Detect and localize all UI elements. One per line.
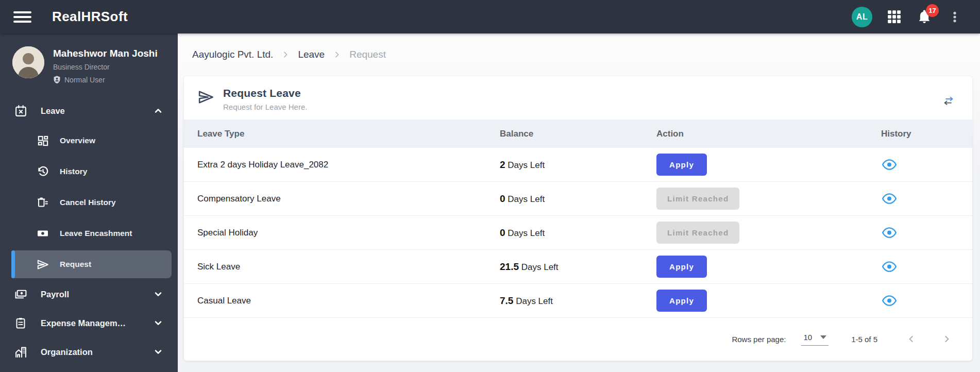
kebab-menu-icon[interactable] [946, 8, 964, 26]
expense-clipboard-icon [14, 317, 27, 329]
eye-icon [882, 261, 897, 272]
user-title: Business Director [53, 63, 158, 71]
balance-cell: 0 Days Left [500, 227, 656, 239]
chevron-right-icon [333, 50, 341, 59]
column-header-action: Action [656, 129, 881, 139]
leave-type-cell: Special Holiday [184, 228, 500, 238]
breadcrumb-company[interactable]: Aayulogic Pvt. Ltd. [192, 49, 273, 60]
balance-cell: 21.5 Days Left [500, 261, 656, 273]
view-history-button[interactable] [881, 260, 898, 273]
user-name: Maheshwor Man Joshi [53, 48, 158, 59]
topbar-actions: AL 17 [852, 7, 964, 27]
card-header: Request Leave Request for Leave Here. [184, 76, 972, 120]
paper-plane-icon [197, 89, 214, 108]
sidebar-item-leave-encashment[interactable]: Leave Encashment [0, 218, 178, 249]
sidebar-item-history[interactable]: History [0, 156, 178, 187]
request-leave-card: Request Leave Request for Leave Here. Le… [184, 76, 972, 361]
chevron-up-icon [153, 106, 163, 116]
next-page-icon [939, 332, 954, 346]
sidebar-nav: Leave Overview [0, 96, 178, 366]
shield-user-icon [53, 75, 61, 84]
previous-page-icon [904, 332, 919, 346]
view-history-button[interactable] [881, 158, 898, 171]
leave-type-cell: Sick Leave [184, 262, 500, 272]
table-header-row: Leave Type Balance Action History [184, 120, 972, 148]
sidebar-item-organization[interactable]: Organization [0, 337, 178, 366]
eye-icon [882, 295, 897, 306]
sidebar-item-request[interactable]: Request [11, 250, 172, 278]
card-subtitle: Request for Leave Here. [223, 103, 307, 111]
card-title: Request Leave [223, 87, 307, 99]
calendar-leave-icon [14, 105, 27, 117]
balance-cell: 0 Days Left [500, 193, 656, 205]
eye-icon [882, 227, 897, 238]
table-row: Casual Leave 7.5 Days Left Apply [184, 284, 972, 318]
breadcrumb-section[interactable]: Leave [298, 49, 325, 60]
caret-down-icon [820, 335, 826, 339]
eye-icon [882, 193, 897, 204]
hamburger-menu-icon[interactable] [13, 11, 31, 23]
view-history-button[interactable] [881, 192, 898, 205]
notifications-bell-icon[interactable]: 17 [916, 8, 933, 26]
chevron-down-icon [153, 318, 163, 328]
organization-building-icon [14, 346, 27, 359]
pagination-bar: Rows per page: 10 1-5 of 5 [184, 318, 972, 360]
apply-button[interactable]: Apply [656, 154, 707, 176]
sidebar-item-payroll[interactable]: Payroll [0, 280, 178, 309]
notification-count-badge: 17 [926, 4, 939, 17]
apply-button[interactable]: Apply [656, 290, 707, 312]
view-history-button[interactable] [881, 294, 898, 307]
swap-arrows-icon[interactable] [940, 94, 957, 110]
profile-section: Maheshwor Man Joshi Business Director No… [0, 33, 178, 84]
dashboard-icon [36, 135, 49, 147]
sidebar-item-overview[interactable]: Overview [0, 125, 178, 156]
limit-reached-button: Limit Reached [656, 188, 739, 210]
breadcrumb: Aayulogic Pvt. Ltd. Leave Request [178, 33, 980, 60]
view-history-button[interactable] [881, 226, 898, 239]
apps-grid-icon[interactable] [885, 8, 903, 26]
pagination-range: 1-5 of 5 [851, 335, 877, 344]
leave-type-cell: Compensatory Leave [184, 194, 500, 204]
main-content: Aayulogic Pvt. Ltd. Leave Request Reques… [178, 33, 980, 372]
balance-cell: 2 Days Left [500, 159, 656, 171]
rows-per-page-label: Rows per page: [732, 335, 786, 344]
chevron-down-icon [153, 347, 163, 357]
banknote-icon [36, 227, 49, 240]
sidebar: Maheshwor Man Joshi Business Director No… [0, 33, 178, 372]
rows-per-page-select[interactable]: 10 [801, 333, 829, 346]
user-badge: Normal User [53, 75, 158, 84]
sidebar-item-expense-management[interactable]: Expense Managem… [0, 309, 178, 337]
sidebar-item-leave[interactable]: Leave [0, 96, 178, 125]
payroll-icon [14, 288, 27, 301]
column-header-balance: Balance [500, 129, 656, 139]
cancel-history-icon [36, 196, 49, 209]
balance-cell: 7.5 Days Left [500, 295, 656, 307]
chevron-right-icon [281, 50, 290, 59]
apply-button[interactable]: Apply [656, 256, 707, 278]
eye-icon [882, 159, 897, 170]
sidebar-item-cancel-history[interactable]: Cancel History [0, 187, 178, 218]
app-title: RealHRSoft [52, 9, 128, 25]
column-header-history: History [881, 129, 972, 139]
leave-type-cell: Extra 2 days Holiday Leave_2082 [184, 160, 500, 170]
history-clock-icon [36, 165, 49, 178]
profile-photo[interactable] [12, 46, 44, 78]
column-header-leave-type: Leave Type [184, 129, 500, 139]
table-row: Compensatory Leave 0 Days Left Limit Rea… [184, 182, 972, 216]
topbar: RealHRSoft AL 17 [0, 0, 980, 33]
table-row: Extra 2 days Holiday Leave_2082 2 Days L… [184, 148, 972, 182]
table-row: Sick Leave 21.5 Days Left Apply [184, 250, 972, 284]
chevron-down-icon [153, 289, 163, 299]
user-avatar-button[interactable]: AL [852, 7, 872, 27]
table-row: Special Holiday 0 Days Left Limit Reache… [184, 216, 972, 250]
leave-type-cell: Casual Leave [184, 296, 500, 306]
breadcrumb-current: Request [349, 49, 386, 60]
paper-plane-icon [36, 258, 49, 272]
limit-reached-button: Limit Reached [656, 222, 739, 244]
